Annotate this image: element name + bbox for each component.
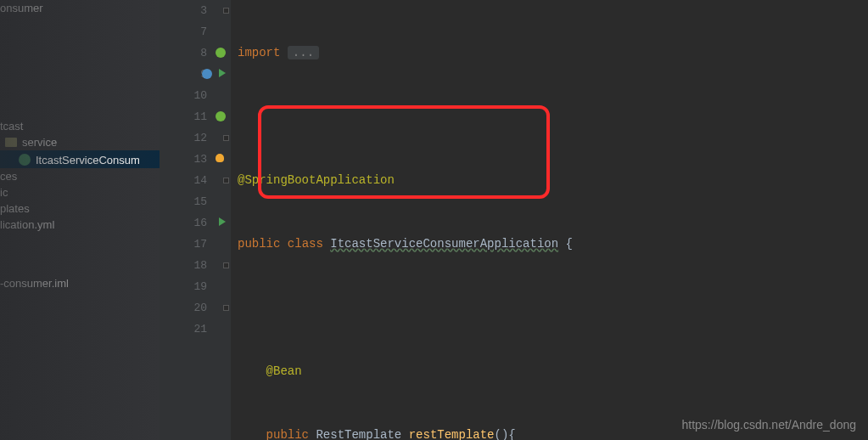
code-line: public class ItcastServiceConsumerApplic…	[231, 234, 868, 255]
class-icon	[19, 154, 31, 166]
line-number: 12	[193, 132, 207, 144]
lightbulb-icon[interactable]	[216, 154, 224, 162]
line-number: 11	[193, 110, 207, 123]
code-area[interactable]: import ... @SpringBootApplication public…	[231, 0, 868, 440]
tree-item[interactable]: onsumer	[0, 0, 160, 16]
tree-label: service	[22, 136, 57, 149]
editor-gutter: 3 7 8 9 10 11 12 13 14 15 16 17 18 19 20…	[160, 0, 231, 440]
line-number: 17	[193, 238, 207, 251]
tree-item[interactable]: service	[0, 134, 160, 150]
tree-label: plates	[0, 202, 30, 215]
fold-icon[interactable]	[223, 262, 229, 268]
line-number: 16	[193, 217, 207, 229]
code-line	[231, 106, 868, 127]
line-number: 20	[193, 302, 207, 314]
fold-ellipsis[interactable]: ...	[288, 46, 319, 59]
tree-label: ItcastServiceConsum	[36, 154, 140, 166]
line-number: 3	[200, 4, 207, 17]
line-number: 15	[193, 195, 207, 208]
tree-item[interactable]: lication.yml	[0, 217, 160, 233]
tree-item[interactable]: plates	[0, 200, 160, 217]
tree-label: -consumer.iml	[0, 277, 69, 290]
fold-icon[interactable]	[223, 135, 229, 141]
project-tree[interactable]: onsumer tcast service ItcastServiceConsu…	[0, 0, 160, 440]
tree-label: lication.yml	[0, 218, 54, 231]
line-number: 7	[200, 25, 207, 38]
tree-item[interactable]: ces	[0, 168, 160, 184]
line-number: 8	[200, 47, 207, 59]
tree-label: ic	[0, 186, 8, 199]
spring-bean-icon[interactable]	[202, 69, 212, 79]
line-number: 14	[193, 174, 207, 187]
tree-item[interactable]: ic	[0, 184, 160, 200]
tree-label: ces	[0, 170, 17, 183]
spring-icon[interactable]	[216, 111, 226, 121]
code-line	[231, 297, 868, 319]
code-editor[interactable]: 3 7 8 9 10 11 12 13 14 15 16 17 18 19 20…	[160, 0, 868, 440]
line-number: 21	[193, 323, 207, 336]
tree-item[interactable]: -consumer.iml	[0, 275, 160, 291]
fold-icon[interactable]	[223, 178, 229, 183]
folder-icon	[5, 138, 17, 147]
line-number: 19	[193, 280, 207, 293]
tree-item-selected[interactable]: ItcastServiceConsum	[0, 150, 160, 168]
line-number: 10	[193, 89, 207, 102]
spring-icon[interactable]	[216, 48, 226, 58]
code-line: @Bean	[231, 361, 868, 382]
code-line: import ...	[231, 42, 868, 64]
tree-label: tcast	[0, 120, 23, 133]
line-number: 18	[193, 259, 207, 272]
run-icon[interactable]	[219, 69, 226, 77]
run-icon[interactable]	[219, 217, 226, 226]
code-line: @SpringBootApplication	[231, 170, 868, 191]
fold-icon[interactable]	[223, 305, 229, 311]
tree-label: onsumer	[0, 2, 43, 14]
watermark: https://blog.csdn.net/Andre_dong	[682, 418, 856, 432]
tree-item[interactable]: tcast	[0, 118, 160, 134]
line-number: 13	[193, 153, 207, 166]
fold-icon[interactable]	[223, 8, 229, 14]
